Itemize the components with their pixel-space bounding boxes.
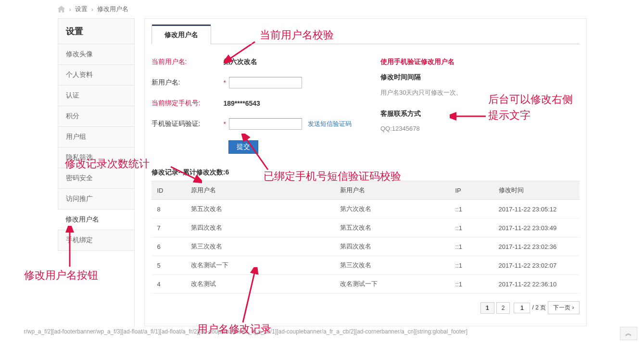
table-cell: 8 — [152, 200, 185, 219]
next-page[interactable]: 下一页 › — [548, 301, 579, 314]
pagination: 1 2 / 2 页 下一页 › — [152, 301, 580, 314]
sidebar-item-bind-phone[interactable]: 手机绑定 — [58, 230, 134, 251]
table-cell: 第三次改名 — [185, 237, 334, 256]
home-icon[interactable] — [58, 6, 65, 12]
table-cell: ::1 — [450, 256, 493, 275]
table-row: 8第五次改名第六次改名::12017-11-22 23:05:12 — [152, 200, 580, 219]
sidebar-item-label: 个人资料 — [66, 71, 93, 78]
table-row: 7第四次改名第五次改名::12017-11-22 23:03:49 — [152, 219, 580, 237]
required-star: * — [224, 120, 226, 128]
table-cell: 第四次改名 — [334, 237, 450, 256]
table-row: 6第三次改名第四次改名::12017-11-22 23:02:36 — [152, 237, 580, 256]
table-cell: 2017-11-22 23:03:49 — [493, 219, 580, 237]
col-id: ID — [152, 181, 185, 200]
tips-interval-label: 修改时间间隔 — [380, 73, 462, 82]
chevron-up-icon: ︽ — [625, 329, 632, 337]
table-cell: 2017-11-22 22:36:10 — [493, 275, 580, 294]
scroll-to-top[interactable]: ︽ — [620, 327, 637, 337]
required-star: * — [224, 79, 226, 86]
sidebar-item-label: 用户组 — [66, 133, 86, 140]
sidebar-item-label: 密码安全 — [66, 174, 93, 182]
table-cell: 第三次改名 — [334, 256, 450, 275]
page-1[interactable]: 1 — [480, 302, 494, 314]
sidebar-item-label: 积分 — [66, 112, 79, 120]
sidebar-item-avatar[interactable]: 修改头像 — [58, 44, 134, 65]
sms-code-label: 手机验证码验证: — [152, 120, 224, 128]
sidebar-item-label: 修改头像 — [66, 50, 93, 58]
new-username-input[interactable] — [229, 77, 302, 88]
tips-interval-text: 用户名30天内只可修改一次。 — [380, 88, 462, 97]
sidebar-item-verify[interactable]: 认证 — [58, 86, 134, 106]
table-cell: ::1 — [450, 200, 493, 219]
sidebar-item-label: 修改用户名 — [65, 215, 99, 223]
table-cell: 6 — [152, 237, 185, 256]
chevron-right-icon: › — [69, 6, 71, 13]
tab-label: 修改用户名 — [164, 31, 198, 38]
sidebar-item-privacy[interactable]: 隐私筛选 — [58, 148, 134, 168]
tips-service-label: 客服联系方式 — [380, 110, 462, 118]
new-username-label: 新用户名: — [152, 78, 224, 87]
tips-service-text: QQ:12345678 — [380, 125, 462, 132]
sidebar-item-label: 认证 — [66, 91, 79, 99]
col-new: 新用户名 — [334, 181, 450, 200]
sidebar-item-profile[interactable]: 个人资料 — [58, 65, 134, 86]
table-cell: 5 — [152, 256, 185, 275]
sidebar-title: 设置 — [58, 19, 134, 44]
table-cell: 2017-11-22 23:02:07 — [493, 256, 580, 275]
col-old: 原用户名 — [185, 181, 334, 200]
table-cell: 4 — [152, 275, 185, 294]
table-cell: 第四次改名 — [185, 219, 334, 237]
sidebar: 设置 修改头像 个人资料 认证 积分 用户组 隐私筛选 密码安全 访问推广 修改… — [58, 18, 135, 326]
page-input[interactable] — [514, 303, 530, 313]
history-title: 修改记录--累计修改次数:6 — [152, 168, 580, 177]
submit-button[interactable]: 提交 — [228, 140, 258, 154]
sidebar-item-promotion[interactable]: 访问推广 — [58, 189, 134, 209]
breadcrumb-current: 修改用户名 — [97, 5, 128, 13]
current-username-value: 第六次改名 — [224, 58, 257, 66]
table-cell: 7 — [152, 219, 185, 237]
table-cell: 第五次改名 — [334, 219, 450, 237]
tab-change-username[interactable]: 修改用户名 — [152, 25, 211, 44]
footer-debug-text: r/wp_a_f/2][ad-footerbanner/wp_a_f/3][ad… — [24, 326, 620, 337]
bound-phone-label: 当前绑定手机号: — [152, 99, 224, 108]
table-cell: 改名测试一下 — [334, 275, 450, 294]
send-sms-link[interactable]: 发送短信验证码 — [308, 120, 352, 128]
sidebar-item-username[interactable]: 修改用户名 — [58, 209, 134, 230]
main-panel: 修改用户名 当前用户名: 第六次改名 新用户名: * 当前绑定手机号: 189* — [144, 18, 587, 326]
table-cell: 第五次改名 — [185, 200, 334, 219]
col-time: 修改时间 — [493, 181, 580, 200]
sidebar-item-password[interactable]: 密码安全 — [58, 168, 134, 189]
table-row: 5改名测试一下第三次改名::12017-11-22 23:02:07 — [152, 256, 580, 275]
tips-title: 使用手机验证修改用户名 — [380, 58, 462, 66]
table-cell: 2017-11-22 23:05:12 — [493, 200, 580, 219]
table-cell: 2017-11-22 23:02:36 — [493, 237, 580, 256]
chevron-right-icon: › — [572, 304, 574, 311]
sidebar-item-groups[interactable]: 用户组 — [58, 127, 134, 148]
table-cell: 改名测试 — [185, 275, 334, 294]
bound-phone-value: 189****6543 — [224, 99, 260, 107]
current-username-label: 当前用户名: — [152, 58, 224, 66]
sidebar-item-label: 手机绑定 — [66, 236, 93, 244]
col-ip: IP — [450, 181, 493, 200]
sidebar-item-label: 隐私筛选 — [66, 153, 93, 161]
history-table: ID 原用户名 新用户名 IP 修改时间 8第五次改名第六次改名::12017-… — [152, 181, 580, 294]
breadcrumb-settings[interactable]: 设置 — [75, 5, 88, 13]
table-row: 4改名测试改名测试一下::12017-11-22 22:36:10 — [152, 275, 580, 294]
sidebar-item-points[interactable]: 积分 — [58, 106, 134, 127]
table-cell: ::1 — [450, 237, 493, 256]
table-cell: ::1 — [450, 219, 493, 237]
chevron-right-icon: › — [91, 6, 93, 13]
table-cell: 第六次改名 — [334, 200, 450, 219]
sidebar-item-label: 访问推广 — [66, 195, 93, 202]
sms-code-input[interactable] — [229, 118, 302, 130]
page-total: / 2 页 — [532, 304, 546, 312]
page-2[interactable]: 2 — [496, 302, 510, 314]
breadcrumb: › 设置 › 修改用户名 — [24, 0, 620, 18]
table-cell: 改名测试一下 — [185, 256, 334, 275]
table-cell: ::1 — [450, 275, 493, 294]
